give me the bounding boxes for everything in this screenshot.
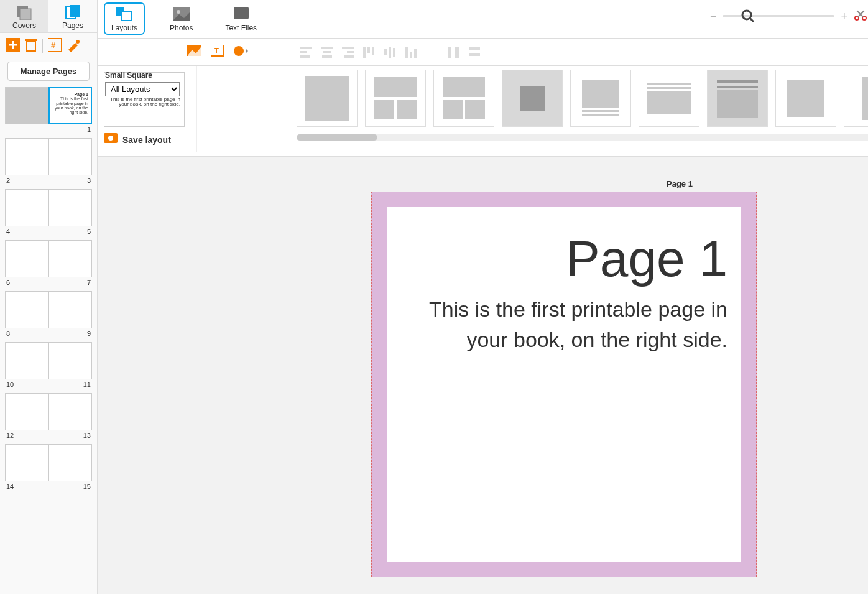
svg-rect-44 [469, 53, 480, 56]
save-layout-button[interactable]: Save layout [104, 133, 190, 146]
thumb-page-1[interactable]: Page 1This is the first printable page i… [48, 87, 92, 124]
thumb-page-4[interactable] [5, 189, 48, 226]
page-num-2: 2 [6, 177, 10, 184]
align-center-icon[interactable] [321, 47, 333, 58]
svg-rect-30 [347, 51, 354, 53]
thumb-page-3[interactable] [48, 138, 92, 175]
layout-option-6[interactable] [639, 70, 699, 127]
covers-icon [0, 4, 48, 21]
layout-option-5[interactable] [570, 70, 631, 127]
layout-option-2[interactable] [365, 70, 426, 127]
thumb-page-15[interactable] [48, 444, 92, 481]
save-layout-label: Save layout [122, 135, 171, 145]
tab-pages[interactable]: Pages [48, 0, 97, 32]
layout-option-4[interactable] [502, 70, 563, 127]
svg-point-9 [76, 40, 80, 44]
layout-option-3[interactable] [433, 70, 494, 127]
thumb-page-14[interactable] [5, 444, 48, 481]
layouts-scrollbar[interactable] [297, 134, 868, 141]
camera-icon [104, 133, 118, 146]
canvas-area[interactable]: Page 1 Page 1 This is the first printabl… [98, 157, 868, 594]
tab-covers-label: Covers [0, 21, 48, 30]
thumb-page-13[interactable] [48, 393, 92, 430]
top-toolbar: Layouts Photos Text Files − + [98, 0, 868, 39]
svg-rect-38 [405, 47, 408, 58]
layouts-select[interactable]: All Layouts [105, 82, 180, 96]
zoom-out-icon[interactable]: − [710, 10, 717, 23]
thumb-page-7[interactable] [48, 240, 92, 277]
thumb1-body: This is the first printable page in your… [55, 96, 88, 114]
thumb-page-8[interactable] [5, 291, 48, 328]
layout-option-8[interactable] [775, 70, 836, 127]
paint-icon[interactable] [67, 38, 80, 54]
svg-line-16 [750, 18, 754, 22]
cut-icon[interactable] [854, 9, 867, 24]
zoom-in-icon[interactable]: + [841, 10, 847, 23]
add-page-icon[interactable] [6, 38, 20, 54]
insert-shape-icon[interactable] [233, 45, 249, 60]
tab-photos-label: Photos [170, 24, 193, 32]
zoom-slider[interactable] [723, 15, 834, 17]
svg-point-22 [234, 46, 244, 56]
tab-textfiles[interactable]: Text Files [218, 2, 264, 35]
page-num-9: 9 [87, 330, 91, 337]
align-right-icon[interactable] [342, 47, 354, 58]
textfiles-icon [225, 5, 257, 24]
main: Layouts Photos Text Files − + [98, 0, 868, 594]
tab-pages-label: Pages [48, 21, 97, 30]
align-left-icon[interactable] [300, 47, 312, 58]
thumb-page-5[interactable] [48, 189, 92, 226]
page-num-12: 12 [6, 432, 14, 439]
manage-pages-button[interactable]: Manage Pages [7, 62, 90, 81]
thumb-page-2[interactable] [5, 138, 48, 175]
thumb-front-inside[interactable] [5, 87, 48, 124]
page-num-4: 4 [6, 228, 10, 235]
layout-option-9[interactable] [844, 70, 868, 127]
page-bleed[interactable]: Page 1 This is the first printable page … [371, 192, 757, 577]
page-content[interactable]: Page 1 This is the first printable page … [387, 207, 741, 562]
thumb-page-9[interactable] [48, 291, 92, 328]
canvas-page-label: Page 1 [667, 179, 693, 188]
svg-rect-36 [389, 47, 391, 58]
page-heading[interactable]: Page 1 [566, 230, 727, 288]
valign-top-icon[interactable] [363, 47, 376, 58]
svg-point-46 [108, 136, 113, 141]
thumb-page-6[interactable] [5, 240, 48, 277]
distribute-h-icon[interactable] [448, 47, 460, 58]
svg-rect-23 [300, 47, 312, 49]
distribute-v-icon[interactable] [469, 47, 481, 58]
page-number-icon[interactable]: # [48, 38, 62, 54]
layout-option-1[interactable] [297, 70, 358, 127]
page-thumbnails: Page 1This is the first printable page i… [0, 87, 97, 594]
svg-rect-43 [469, 47, 480, 50]
layouts-category-label: Small Square [105, 71, 180, 80]
svg-rect-27 [323, 51, 331, 53]
svg-rect-5 [27, 41, 35, 51]
svg-text:#: # [51, 40, 56, 50]
svg-rect-37 [393, 48, 395, 57]
thumb-page-11[interactable] [48, 342, 92, 379]
tab-photos[interactable]: Photos [162, 2, 200, 35]
layout-option-7[interactable] [707, 70, 768, 127]
page-num-10: 10 [6, 381, 14, 388]
tab-covers[interactable]: Covers [0, 0, 48, 32]
valign-middle-icon[interactable] [384, 47, 397, 58]
insert-text-icon[interactable]: T [211, 45, 224, 60]
layouts-strip [197, 66, 868, 131]
svg-rect-39 [410, 52, 412, 58]
sidebar: Covers Pages # Manage Pages Page 1This i… [0, 0, 98, 594]
svg-rect-14 [234, 7, 249, 19]
page-num-11: 11 [83, 381, 91, 388]
thumb-page-12[interactable] [5, 393, 48, 430]
svg-rect-25 [300, 55, 310, 58]
svg-rect-29 [342, 47, 354, 49]
thumb-page-10[interactable] [5, 342, 48, 379]
tab-layouts[interactable]: Layouts [104, 2, 145, 35]
delete-page-icon[interactable] [25, 38, 37, 54]
page-body-text[interactable]: This is the first printable page in your… [400, 294, 727, 356]
zoom-knob-icon[interactable] [741, 9, 755, 26]
valign-bottom-icon[interactable] [405, 47, 418, 58]
insert-image-icon[interactable] [187, 45, 202, 60]
svg-rect-11 [122, 12, 132, 21]
svg-rect-24 [300, 51, 307, 53]
